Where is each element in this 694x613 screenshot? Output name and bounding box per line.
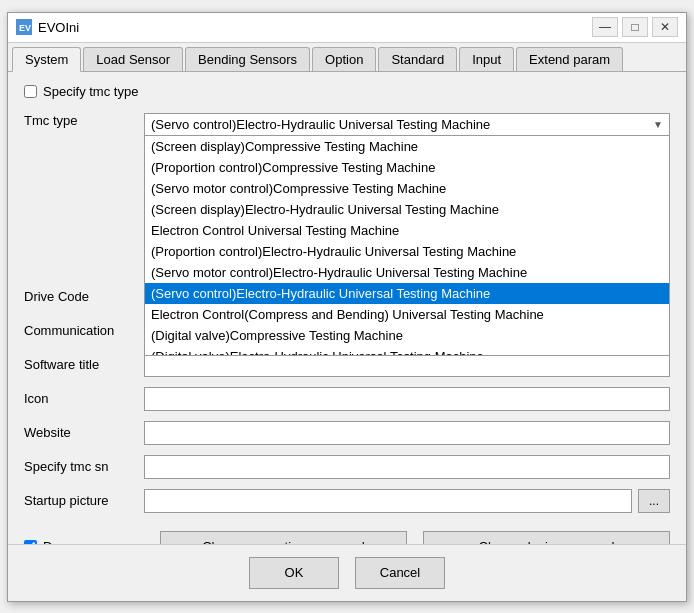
ok-button[interactable]: OK <box>249 557 339 589</box>
tab-load-sensor[interactable]: Load Sensor <box>83 47 183 71</box>
icon-control <box>144 387 670 411</box>
software-title-label: Software title <box>24 357 144 372</box>
tab-bar: System Load Sensor Bending Sensors Optio… <box>8 43 686 72</box>
dropdown-item-10[interactable]: (Digital valve)Electro-Hydraulic Univers… <box>145 346 669 356</box>
software-title-input[interactable] <box>144 353 670 377</box>
website-input[interactable] <box>144 421 670 445</box>
tab-bending-sensors[interactable]: Bending Sensors <box>185 47 310 71</box>
form-section: Tmc type (Servo control)Electro-Hydrauli… <box>24 109 670 544</box>
tab-content: Specify tmc type Tmc type (Servo control… <box>8 72 686 544</box>
startup-picture-input[interactable] <box>144 489 632 513</box>
specify-tmc-label: Specify tmc type <box>43 84 138 99</box>
window-title: EVOIni <box>38 20 592 35</box>
specify-tmc-sn-input[interactable] <box>144 455 670 479</box>
footer: OK Cancel <box>8 544 686 601</box>
specify-tmc-checkbox-row: Specify tmc type <box>24 84 670 99</box>
tab-system[interactable]: System <box>12 47 81 72</box>
dropdown-item-7[interactable]: (Servo control)Electro-Hydraulic Univers… <box>145 283 669 304</box>
main-window: EV EVOIni — □ ✕ System Load Sensor Bendi… <box>7 12 687 602</box>
startup-picture-control: ... <box>144 489 670 513</box>
maximize-button[interactable]: □ <box>622 17 648 37</box>
tmc-type-control: (Servo control)Electro-Hydraulic Univers… <box>144 113 670 136</box>
tmc-type-dropdown-list[interactable]: (Screen display)Compressive Testing Mach… <box>144 136 670 356</box>
svg-text:EV: EV <box>19 23 31 33</box>
tmc-type-dropdown[interactable]: (Servo control)Electro-Hydraulic Univers… <box>144 113 670 136</box>
icon-input[interactable] <box>144 387 670 411</box>
dropdown-item-2[interactable]: (Servo motor control)Compressive Testing… <box>145 178 669 199</box>
app-icon: EV <box>16 19 32 35</box>
dropdown-item-3[interactable]: (Screen display)Electro-Hydraulic Univer… <box>145 199 669 220</box>
dropdown-item-9[interactable]: (Digital valve)Compressive Testing Machi… <box>145 325 669 346</box>
startup-picture-row: Startup picture ... <box>24 487 670 515</box>
specify-tmc-sn-row: Specify tmc sn <box>24 453 670 481</box>
website-label: Website <box>24 425 144 440</box>
browse-button[interactable]: ... <box>638 489 670 513</box>
dropdown-item-8[interactable]: Electron Control(Compress and Bending) U… <box>145 304 669 325</box>
dropdown-item-5[interactable]: (Proportion control)Electro-Hydraulic Un… <box>145 241 669 262</box>
specify-tmc-sn-control <box>144 455 670 479</box>
dropdown-item-6[interactable]: (Servo motor control)Electro-Hydraulic U… <box>145 262 669 283</box>
dropdown-item-0[interactable]: (Screen display)Compressive Testing Mach… <box>145 136 669 157</box>
website-control <box>144 421 670 445</box>
close-button[interactable]: ✕ <box>652 17 678 37</box>
website-row: Website <box>24 419 670 447</box>
change-login-password-button[interactable]: Change login password <box>423 531 670 544</box>
dropdown-item-4[interactable]: Electron Control Universal Testing Machi… <box>145 220 669 241</box>
window-controls: — □ ✕ <box>592 17 678 37</box>
specify-tmc-sn-label: Specify tmc sn <box>24 459 144 474</box>
title-bar: EV EVOIni — □ ✕ <box>8 13 686 43</box>
minimize-button[interactable]: — <box>592 17 618 37</box>
tab-extend-param[interactable]: Extend param <box>516 47 623 71</box>
tab-standard[interactable]: Standard <box>378 47 457 71</box>
tmc-type-dropdown-header[interactable]: (Servo control)Electro-Hydraulic Univers… <box>144 113 670 136</box>
communication-label: Communication <box>24 323 144 338</box>
icon-row: Icon <box>24 385 670 413</box>
tmc-type-row: Tmc type (Servo control)Electro-Hydrauli… <box>24 109 670 137</box>
tab-input[interactable]: Input <box>459 47 514 71</box>
icon-row-label: Icon <box>24 391 144 406</box>
dropdown-arrow-icon: ▼ <box>653 119 663 130</box>
dropdown-item-1[interactable]: (Proportion control)Compressive Testing … <box>145 157 669 178</box>
startup-picture-label: Startup picture <box>24 493 144 508</box>
tmc-type-label: Tmc type <box>24 113 144 128</box>
software-title-control <box>144 353 670 377</box>
action-buttons: Change operation password Change login p… <box>160 531 670 544</box>
drive-code-label: Drive Code <box>24 289 144 304</box>
tmc-type-selected-value: (Servo control)Electro-Hydraulic Univers… <box>151 117 490 132</box>
tab-option[interactable]: Option <box>312 47 376 71</box>
demo-row: Demo Change operation password Change lo… <box>24 531 670 544</box>
specify-tmc-checkbox[interactable] <box>24 85 37 98</box>
cancel-button[interactable]: Cancel <box>355 557 445 589</box>
change-op-password-button[interactable]: Change operation password <box>160 531 407 544</box>
